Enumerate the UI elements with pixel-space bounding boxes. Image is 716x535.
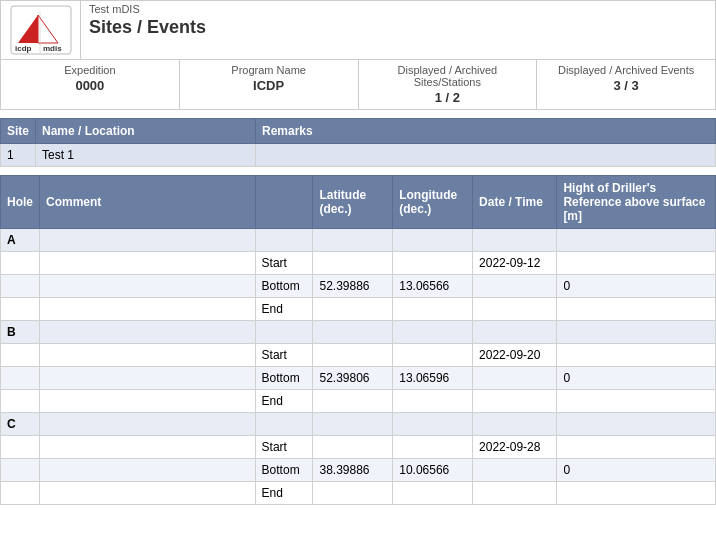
col-hole: Hole (1, 176, 40, 229)
row-type: Bottom (255, 275, 313, 298)
svg-text:mdis: mdis (43, 44, 62, 53)
hole-date (473, 229, 557, 252)
program-label: Program Name (186, 64, 352, 76)
row-type: End (255, 390, 313, 413)
events-cell: Displayed / Archived Events 3 / 3 (537, 60, 715, 109)
row-hole-empty (1, 298, 40, 321)
col-height: Hight of Driller's Reference above surfa… (557, 176, 716, 229)
col-comment: Comment (40, 176, 256, 229)
row-date (473, 275, 557, 298)
row-latitude (313, 252, 393, 275)
list-item: Bottom 52.39806 13.06596 0 (1, 367, 716, 390)
row-height (557, 390, 716, 413)
row-date (473, 298, 557, 321)
hole-date (473, 413, 557, 436)
row-height (557, 344, 716, 367)
row-hole-empty (1, 459, 40, 482)
expedition-label: Expedition (7, 64, 173, 76)
hole-lat (313, 413, 393, 436)
hole-row: A (1, 229, 716, 252)
col-site: Site (1, 119, 36, 144)
row-height: 0 (557, 367, 716, 390)
row-longitude (393, 482, 473, 505)
app-header: icdp mdis Test mDIS Sites / Events (0, 0, 716, 60)
row-latitude: 38.39886 (313, 459, 393, 482)
row-longitude: 13.06596 (393, 367, 473, 390)
hole-letter: C (1, 413, 40, 436)
row-longitude (393, 390, 473, 413)
holes-section: Hole Comment Latitude (dec.) Longitude (… (0, 175, 716, 505)
hole-height (557, 413, 716, 436)
page-title: Sites / Events (89, 17, 707, 38)
list-item: Start 2022-09-20 (1, 344, 716, 367)
info-bar: Expedition 0000 Program Name ICDP Displa… (0, 60, 716, 110)
list-item: Bottom 52.39886 13.06566 0 (1, 275, 716, 298)
hole-rowtype (255, 229, 313, 252)
holes-table: Hole Comment Latitude (dec.) Longitude (… (0, 175, 716, 505)
row-type: Start (255, 252, 313, 275)
row-hole-empty (1, 252, 40, 275)
col-longitude: Longitude (dec.) (393, 176, 473, 229)
row-comment (40, 298, 256, 321)
row-comment (40, 436, 256, 459)
sites-cell: Displayed / Archived Sites/Stations 1 / … (359, 60, 538, 109)
row-latitude: 52.39886 (313, 275, 393, 298)
row-comment (40, 344, 256, 367)
row-date (473, 482, 557, 505)
row-date (473, 390, 557, 413)
program-cell: Program Name ICDP (180, 60, 359, 109)
row-hole-empty (1, 344, 40, 367)
col-rowtype (255, 176, 313, 229)
list-item: Start 2022-09-12 (1, 252, 716, 275)
row-hole-empty (1, 367, 40, 390)
hole-height (557, 229, 716, 252)
row-date: 2022-09-28 (473, 436, 557, 459)
hole-lon (393, 321, 473, 344)
row-comment (40, 482, 256, 505)
row-latitude: 52.39806 (313, 367, 393, 390)
hole-lon (393, 413, 473, 436)
col-latitude: Latitude (dec.) (313, 176, 393, 229)
row-date (473, 459, 557, 482)
app-wrapper: icdp mdis Test mDIS Sites / Events Exped… (0, 0, 716, 505)
row-latitude (313, 482, 393, 505)
row-comment (40, 275, 256, 298)
hole-lon (393, 229, 473, 252)
col-name: Name / Location (36, 119, 256, 144)
logo-icon: icdp mdis (10, 5, 72, 55)
row-latitude (313, 298, 393, 321)
row-comment (40, 252, 256, 275)
row-height (557, 252, 716, 275)
row-latitude (313, 436, 393, 459)
row-hole-empty (1, 390, 40, 413)
events-label: Displayed / Archived Events (543, 64, 709, 76)
hole-row: B (1, 321, 716, 344)
table-row: 1 Test 1 (1, 144, 716, 167)
hole-rowtype (255, 413, 313, 436)
row-height: 0 (557, 275, 716, 298)
row-longitude (393, 252, 473, 275)
row-longitude (393, 344, 473, 367)
row-latitude (313, 344, 393, 367)
svg-text:icdp: icdp (15, 44, 32, 53)
row-height (557, 436, 716, 459)
list-item: End (1, 482, 716, 505)
row-longitude: 13.06566 (393, 275, 473, 298)
expedition-cell: Expedition 0000 (1, 60, 180, 109)
hole-lat (313, 229, 393, 252)
row-date: 2022-09-12 (473, 252, 557, 275)
list-item: End (1, 390, 716, 413)
program-value: ICDP (186, 78, 352, 93)
row-height (557, 482, 716, 505)
hole-letter: B (1, 321, 40, 344)
list-item: Start 2022-09-28 (1, 436, 716, 459)
row-hole-empty (1, 482, 40, 505)
row-comment (40, 459, 256, 482)
sites-label: Displayed / Archived Sites/Stations (365, 64, 531, 88)
site-name: Test 1 (36, 144, 256, 167)
events-value: 3 / 3 (543, 78, 709, 93)
row-date: 2022-09-20 (473, 344, 557, 367)
row-hole-empty (1, 436, 40, 459)
row-type: Bottom (255, 459, 313, 482)
sites-section: Site Name / Location Remarks 1 Test 1 (0, 118, 716, 167)
